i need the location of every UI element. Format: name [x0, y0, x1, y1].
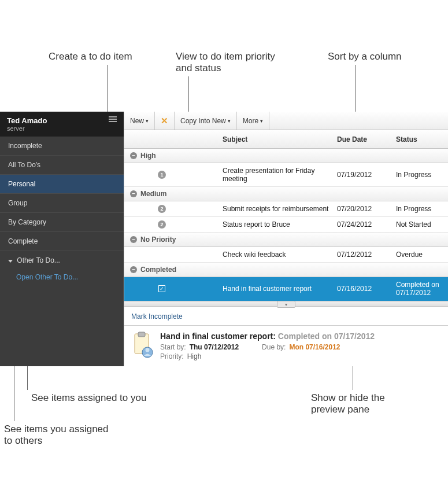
task-row[interactable]: Check wiki feedback 07/12/2012 Overdue [124, 247, 448, 263]
col-status[interactable]: Status [396, 135, 448, 143]
task-due: 07/20/2012 [337, 205, 396, 213]
priority-icon: 2 [124, 220, 199, 229]
sidebar-item-complete[interactable]: Complete [0, 232, 124, 251]
task-row[interactable]: 2 Status report to Bruce 07/24/2012 Not … [124, 217, 448, 233]
sidebar-item-incomplete[interactable]: Incomplete [0, 137, 124, 156]
callout-view: View to do item priority and status [176, 51, 275, 74]
callout-preview: Show or hide the preview pane [311, 392, 385, 415]
task-subject: Hand in final customer report [199, 285, 337, 293]
menu-icon[interactable] [109, 116, 117, 123]
new-button[interactable]: New▾ [124, 112, 155, 130]
more-button[interactable]: More▾ [237, 112, 269, 130]
group-high[interactable]: – High [124, 149, 448, 163]
sidebar: Ted Amado server Incomplete All To Do's … [0, 112, 124, 366]
sidebar-item-all[interactable]: All To Do's [0, 156, 124, 175]
sidebar-other-label: Other To Do... [17, 256, 60, 264]
callout-assigned-you: See items assigned to you [31, 392, 146, 404]
x-icon: ✕ [161, 116, 168, 126]
task-status: Completed on 07/17/2012 [396, 281, 448, 297]
cancel-button[interactable]: ✕ [155, 112, 175, 130]
clipboard-icon [131, 332, 154, 360]
group-medium[interactable]: – Medium [124, 187, 448, 201]
preview-splitter[interactable]: ▾ [124, 301, 448, 307]
splitter-handle-icon[interactable]: ▾ [277, 301, 295, 308]
task-subject: Check wiki feedback [199, 251, 337, 259]
priority-icon: 2 [124, 205, 199, 213]
due-by-label: Due by: [262, 343, 286, 351]
preview-action-bar: Mark Incomplete [124, 307, 448, 326]
sidebar-item-group[interactable]: Group [0, 194, 124, 213]
collapse-icon[interactable]: – [130, 236, 137, 243]
priority-value: High [187, 352, 202, 360]
task-status: Overdue [396, 251, 448, 259]
mark-incomplete-link[interactable]: Mark Incomplete [131, 312, 183, 321]
task-row[interactable]: 1 Create presentation for Friday meeting… [124, 163, 448, 187]
group-nopriority[interactable]: – No Priority [124, 233, 448, 247]
sidebar-item-other[interactable]: Other To Do... [0, 251, 124, 270]
start-by-label: Start by: [160, 343, 186, 351]
svg-rect-1 [138, 332, 145, 337]
start-by-value: Thu 07/12/2012 [190, 343, 239, 351]
callout-create: Create a to do item [49, 51, 132, 62]
svg-point-3 [146, 348, 150, 352]
server-label: server [7, 125, 47, 132]
preview-title: Hand in final customer report: [160, 332, 276, 341]
collapse-icon[interactable]: – [130, 152, 137, 159]
collapse-icon[interactable]: – [130, 190, 137, 197]
completed-icon: ✓ [124, 285, 199, 292]
task-due: 07/24/2012 [337, 220, 396, 229]
open-other-link[interactable]: Open Other To Do... [0, 270, 124, 288]
callout-assigned-others: See items you assigned to others [4, 424, 109, 447]
chevron-down-icon [8, 260, 13, 263]
main-panel: New▾ ✕ Copy Into New▾ More▾ Subject Due … [124, 112, 448, 366]
preview-body: Hand in final customer report: Completed… [124, 326, 448, 366]
due-by-value: Mon 07/16/2012 [289, 343, 340, 351]
sidebar-item-personal[interactable]: Personal [0, 175, 124, 194]
task-subject: Submit receipts for reimbursement [199, 205, 337, 213]
task-subject: Status report to Bruce [199, 220, 337, 229]
toolbar: New▾ ✕ Copy Into New▾ More▾ [124, 112, 448, 130]
sidebar-header: Ted Amado server [0, 112, 124, 137]
task-subject: Create presentation for Friday meeting [199, 167, 337, 183]
app-frame: Ted Amado server Incomplete All To Do's … [0, 112, 448, 366]
col-due[interactable]: Due Date [337, 135, 396, 143]
col-subject[interactable]: Subject [199, 135, 337, 143]
priority-icon: 1 [124, 171, 199, 179]
column-header-row: Subject Due Date Status [124, 130, 448, 149]
preview-completed: Completed on 07/17/2012 [278, 332, 375, 341]
user-name: Ted Amado [7, 116, 47, 125]
task-due: 07/16/2012 [337, 285, 396, 293]
callout-sort: Sort by a column [328, 51, 402, 62]
task-status: Not Started [396, 220, 448, 229]
task-due: 07/19/2012 [337, 171, 396, 179]
task-status: In Progress [396, 205, 448, 213]
sidebar-item-category[interactable]: By Category [0, 213, 124, 232]
priority-label: Priority: [160, 352, 184, 360]
collapse-icon[interactable]: – [130, 266, 137, 273]
task-due: 07/12/2012 [337, 251, 396, 259]
group-completed[interactable]: – Completed [124, 263, 448, 277]
task-row[interactable]: 2 Submit receipts for reimbursement 07/2… [124, 201, 448, 217]
copy-into-new-button[interactable]: Copy Into New▾ [175, 112, 237, 130]
task-status: In Progress [396, 171, 448, 179]
callout-line [107, 65, 108, 113]
task-row-selected[interactable]: ✓ Hand in final customer report 07/16/20… [124, 277, 448, 301]
